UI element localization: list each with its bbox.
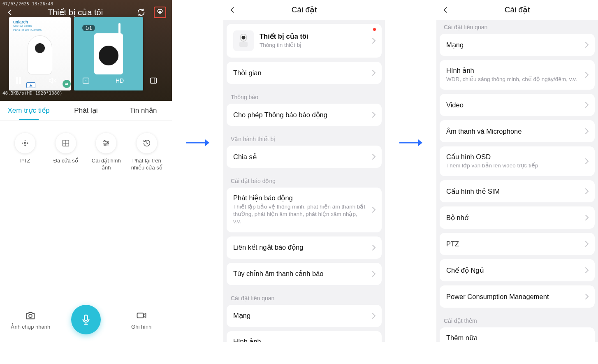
row-image[interactable]: Hình ảnh WDR, chiếu sáng thông minh, chế…	[440, 60, 595, 90]
tab-messages[interactable]: Tin nhắn	[115, 101, 172, 120]
row-image[interactable]: Hình ảnh WDR, chiếu sáng thông minh, chế…	[227, 331, 382, 342]
row-more[interactable]: Thêm nữa Đèn báo thiết bị, chế độ tiêu t…	[440, 327, 595, 342]
phone-settings-2: Cài đặt Cài đặt liên quan Mạng Hình ảnh …	[436, 0, 598, 342]
brand-text: uniarch	[13, 20, 28, 24]
row-ptz-label: PTZ	[446, 240, 579, 248]
row-device-info[interactable]: Thiết bị của tôi Thông tin thiết bị	[227, 24, 382, 58]
row-alarm-sound[interactable]: Tùy chỉnh âm thanh cảnh báo	[227, 263, 382, 285]
back-icon[interactable]	[6, 8, 14, 16]
device-thumb-icon	[233, 30, 254, 51]
chevron-right-icon	[585, 267, 589, 274]
row-ptz[interactable]: PTZ	[440, 233, 595, 255]
chevron-right-icon	[585, 128, 589, 134]
tab-playback[interactable]: Phát lại	[57, 101, 114, 120]
brand-series: Uho-S2 Series	[13, 24, 32, 28]
settings-scroll[interactable]: Cài đặt liên quan Mạng Hình ảnh WDR, chi…	[436, 20, 598, 342]
flow-arrow-2	[396, 138, 425, 148]
row-share[interactable]: Chia sẻ	[227, 146, 382, 168]
video-icon	[135, 310, 148, 321]
record-button[interactable]: Ghi hình	[121, 310, 162, 330]
pause-icon[interactable]	[12, 74, 25, 87]
chevron-right-icon	[585, 293, 589, 300]
action-image-settings[interactable]: Cài đặt hình ảnh	[90, 133, 123, 172]
microphone-icon	[80, 313, 92, 326]
fullscreen-icon[interactable]	[147, 74, 160, 87]
row-alarm-detection-label: Phát hiện báo động	[233, 194, 366, 202]
online-indicator-icon: ⇄	[63, 80, 71, 88]
svg-point-6	[104, 141, 106, 142]
row-power[interactable]: Power Consumption Management	[440, 285, 595, 308]
refresh-icon[interactable]	[137, 8, 146, 17]
settings-scroll[interactable]: Thiết bị của tôi Thông tin thiết bị Thời…	[223, 20, 385, 342]
tab-live[interactable]: Xem trực tiếp	[0, 101, 57, 120]
svg-rect-3	[151, 78, 157, 83]
chevron-right-icon	[585, 72, 589, 78]
action-multiview[interactable]: Đa cửa sổ	[49, 133, 82, 172]
row-osd-sub: Thêm lớp văn bản lên video trực tiếp	[446, 162, 579, 169]
quick-actions: PTZ Đa cửa sổ Cài đặt hình ảnh Phát lại …	[0, 121, 172, 176]
row-time[interactable]: Thời gian	[227, 62, 382, 84]
phone-live-view: 07/03/2025 13:26:43 Thiết bị của tôi uni…	[0, 0, 172, 342]
quality-hd-button[interactable]: HD	[114, 74, 126, 87]
row-network-label: Mạng	[446, 41, 579, 49]
row-osd-label: Cấu hình OSD	[446, 153, 579, 161]
row-sleep[interactable]: Chế độ Ngủ	[440, 259, 595, 281]
row-sleep-label: Chế độ Ngủ	[446, 267, 579, 274]
section-alarm: Cài đặt báo động	[223, 172, 385, 188]
back-icon[interactable]	[441, 6, 450, 14]
row-image-label: Hình ảnh	[233, 338, 366, 342]
device-sub: Thông tin thiết bị	[260, 42, 366, 49]
action-multiplay-label: Phát lại trên nhiều cửa sổ	[130, 158, 163, 172]
settings-gear-icon[interactable]	[154, 7, 166, 18]
back-icon[interactable]	[228, 6, 236, 14]
row-network[interactable]: Mạng	[227, 305, 382, 327]
action-ptz-label: PTZ	[20, 158, 30, 165]
video-timestamp: 07/03/2025 13:26:43	[2, 2, 53, 6]
row-video[interactable]: Video	[440, 94, 595, 116]
row-alarm-linkage[interactable]: Liên kết ngắt báo động	[227, 236, 382, 259]
video-feed[interactable]: 07/03/2025 13:26:43 Thiết bị của tôi uni…	[0, 0, 172, 101]
main-tabs: Xem trực tiếp Phát lại Tin nhắn	[0, 101, 172, 121]
section-related: Cài đặt liên quan	[436, 20, 598, 34]
section-related: Cài đặt liên quan	[223, 289, 385, 305]
row-alarm-detection[interactable]: Phát hiện báo động Thiết lập bảo vệ thôn…	[227, 188, 382, 232]
talk-button[interactable]	[71, 305, 101, 334]
row-allow-notify-label: Cho phép Thông báo báo động	[233, 111, 366, 119]
action-multiview-label: Đa cửa sổ	[53, 158, 78, 165]
row-share-label: Chia sẻ	[233, 153, 366, 161]
camera-illustration-right	[94, 33, 123, 74]
video-header: Thiết bị của tôi	[0, 7, 172, 18]
action-ptz[interactable]: PTZ	[9, 133, 42, 172]
chevron-right-icon	[585, 188, 589, 195]
row-sim[interactable]: Cấu hình thẻ SIM	[440, 180, 595, 202]
device-name: Thiết bị của tôi	[260, 32, 366, 40]
phone-settings-1: Cài đặt Thiết bị của tôi Thông tin thiết…	[223, 0, 385, 342]
svg-point-4	[24, 142, 26, 144]
row-more-label: Thêm nữa	[446, 334, 579, 342]
single-view-icon[interactable]: 1	[80, 74, 92, 87]
row-alarm-linkage-label: Liên kết ngắt báo động	[233, 243, 366, 251]
camera-icon	[25, 310, 36, 321]
row-alarm-detection-sub: Thiết lập bảo vệ thông minh, phát hiện â…	[233, 203, 366, 226]
snapshot-label: Ảnh chụp nhanh	[11, 324, 50, 330]
row-time-label: Thời gian	[233, 69, 366, 77]
action-multi-playback[interactable]: Phát lại trên nhiều cửa sổ	[130, 133, 163, 172]
row-allow-notify[interactable]: Cho phép Thông báo báo động	[227, 104, 382, 126]
sliders-icon	[96, 133, 116, 153]
svg-text:1: 1	[85, 79, 87, 83]
snapshot-button[interactable]: Ảnh chụp nhanh	[10, 310, 51, 330]
chevron-right-icon	[372, 244, 376, 251]
mute-icon[interactable]	[46, 74, 58, 87]
row-network[interactable]: Mạng	[440, 34, 595, 56]
row-image-sub: WDR, chiếu sáng thông minh, chế độ ngày/…	[446, 76, 579, 83]
row-audio[interactable]: Âm thanh và Microphone	[440, 120, 595, 142]
svg-point-9	[29, 314, 32, 318]
grid-icon	[56, 133, 76, 153]
page-title: Cài đặt	[292, 5, 317, 14]
svg-point-8	[105, 144, 107, 146]
row-osd[interactable]: Cấu hình OSD Thêm lớp văn bản lên video …	[440, 146, 595, 176]
svg-point-14	[242, 36, 246, 39]
svg-rect-11	[137, 313, 143, 318]
chevron-right-icon	[585, 102, 589, 108]
row-memory[interactable]: Bộ nhớ	[440, 206, 595, 229]
